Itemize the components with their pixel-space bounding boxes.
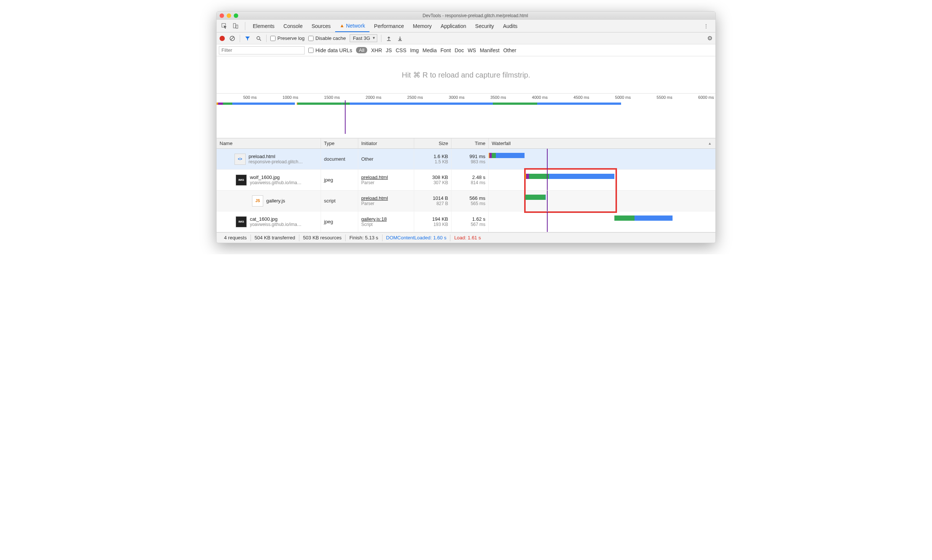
- filter-type-ws[interactable]: WS: [468, 47, 476, 53]
- col-name[interactable]: Name: [217, 138, 321, 148]
- clear-icon[interactable]: [229, 36, 236, 41]
- waterfall-cell[interactable]: [489, 170, 715, 190]
- initiator-link[interactable]: preload.html: [361, 174, 411, 180]
- load-marker: [547, 191, 548, 211]
- col-waterfall[interactable]: Waterfall▲: [489, 138, 715, 148]
- col-size[interactable]: Size: [414, 138, 451, 148]
- col-type[interactable]: Type: [321, 138, 358, 148]
- devtools-window: DevTools - responsive-preload.glitch.me/…: [216, 11, 716, 243]
- status-transferred: 504 KB transferred: [251, 235, 299, 240]
- col-initiator[interactable]: Initiator: [358, 138, 414, 148]
- table-row[interactable]: IMGwolf_1600.jpgyoavweiss.github.io/ima……: [217, 170, 715, 191]
- separator: [245, 22, 245, 30]
- filter-type-css[interactable]: CSS: [395, 47, 406, 53]
- status-resources: 503 KB resources: [299, 235, 345, 240]
- col-time[interactable]: Time: [451, 138, 489, 148]
- tab-performance[interactable]: Performance: [369, 20, 408, 32]
- tab-audits[interactable]: Audits: [498, 20, 522, 32]
- status-requests: 4 requests: [220, 235, 251, 240]
- svg-line-6: [260, 39, 261, 41]
- svg-rect-2: [236, 25, 238, 28]
- table-header: Name Type Initiator Size Time Waterfall▲: [217, 138, 715, 149]
- throttling-select[interactable]: Fast 3G: [350, 34, 377, 42]
- tab-security[interactable]: Security: [471, 20, 499, 32]
- overview-bars: [217, 103, 715, 105]
- waterfall-cell[interactable]: [489, 211, 715, 232]
- filter-type-doc[interactable]: Doc: [454, 47, 464, 53]
- svg-line-4: [231, 37, 234, 40]
- tab-sources[interactable]: Sources: [307, 20, 335, 32]
- load-marker: [547, 211, 548, 232]
- main-tabs: ElementsConsoleSources▲NetworkPerformanc…: [217, 20, 715, 32]
- svg-rect-1: [233, 23, 235, 28]
- sort-indicator-icon: ▲: [708, 141, 712, 145]
- request-table: <>preload.htmlresponsive-preload.glitch……: [217, 149, 715, 232]
- tab-network[interactable]: ▲Network: [335, 20, 369, 32]
- timeline-overview[interactable]: 500 ms1000 ms1500 ms2000 ms2500 ms3000 m…: [217, 94, 715, 138]
- download-har-icon[interactable]: [396, 36, 404, 41]
- filmstrip-placeholder: Hit ⌘ R to reload and capture filmstrip.: [217, 56, 715, 94]
- status-dcl: DOMContentLoaded: 1.60 s: [383, 235, 451, 240]
- file-icon: JS: [252, 195, 263, 206]
- filter-type-manifest[interactable]: Manifest: [480, 47, 500, 53]
- minimize-icon[interactable]: [227, 14, 231, 18]
- filter-type-other[interactable]: Other: [503, 47, 516, 53]
- initiator-link[interactable]: gallery.js:18: [361, 216, 411, 222]
- filter-input[interactable]: [219, 46, 305, 54]
- overview-marker: [345, 100, 346, 134]
- tab-application[interactable]: Application: [436, 20, 471, 32]
- network-toolbar: Preserve log Disable cache Fast 3G ⚙: [217, 32, 715, 45]
- table-row[interactable]: IMGcat_1600.jpgyoavweiss.github.io/ima…j…: [217, 211, 715, 232]
- svg-point-5: [257, 37, 260, 40]
- disable-cache-checkbox[interactable]: Disable cache: [308, 35, 346, 41]
- device-toggle-icon[interactable]: [231, 21, 240, 31]
- tab-console[interactable]: Console: [279, 20, 307, 32]
- waterfall-cell[interactable]: [489, 149, 715, 169]
- status-bar: 4 requests 504 KB transferred 503 KB res…: [217, 232, 715, 243]
- load-marker: [547, 170, 548, 190]
- filter-type-media[interactable]: Media: [422, 47, 437, 53]
- window-title: DevTools - responsive-preload.glitch.me/…: [238, 13, 712, 18]
- timeline-ticks: 500 ms1000 ms1500 ms2000 ms2500 ms3000 m…: [217, 94, 715, 100]
- initiator-link[interactable]: preload.html: [361, 195, 411, 201]
- traffic-lights: [220, 14, 238, 18]
- waterfall-cell[interactable]: [489, 191, 715, 211]
- settings-icon[interactable]: ⚙: [707, 35, 712, 42]
- load-marker: [547, 149, 548, 169]
- status-load: Load: 1.61 s: [451, 235, 484, 240]
- titlebar: DevTools - responsive-preload.glitch.me/…: [217, 12, 715, 20]
- filter-bar: Hide data URLs All XHRJSCSSImgMediaFontD…: [217, 45, 715, 56]
- table-row[interactable]: JSgallery.jsscriptpreload.htmlParser1014…: [217, 191, 715, 211]
- filter-all[interactable]: All: [356, 47, 367, 53]
- status-finish: Finish: 5.13 s: [346, 235, 382, 240]
- upload-har-icon[interactable]: [385, 36, 392, 41]
- kebab-menu-icon[interactable]: ⋮: [701, 21, 711, 31]
- warning-icon: ▲: [340, 23, 345, 28]
- inspect-icon[interactable]: [220, 21, 229, 31]
- filter-type-xhr[interactable]: XHR: [371, 47, 382, 53]
- filter-type-font[interactable]: Font: [440, 47, 451, 53]
- tab-memory[interactable]: Memory: [408, 20, 436, 32]
- tab-elements[interactable]: Elements: [248, 20, 279, 32]
- filter-type-js[interactable]: JS: [386, 47, 392, 53]
- file-icon: <>: [234, 154, 246, 165]
- file-icon: IMG: [235, 216, 247, 228]
- preserve-log-checkbox[interactable]: Preserve log: [270, 35, 305, 41]
- search-icon[interactable]: [255, 36, 263, 41]
- hide-data-urls-checkbox[interactable]: Hide data URLs: [308, 47, 352, 53]
- close-icon[interactable]: [220, 14, 224, 18]
- filter-icon[interactable]: [244, 36, 251, 41]
- record-button[interactable]: [220, 36, 225, 41]
- zoom-icon[interactable]: [234, 14, 238, 18]
- file-icon: IMG: [235, 174, 247, 186]
- table-row[interactable]: <>preload.htmlresponsive-preload.glitch……: [217, 149, 715, 170]
- filter-type-img[interactable]: Img: [410, 47, 419, 53]
